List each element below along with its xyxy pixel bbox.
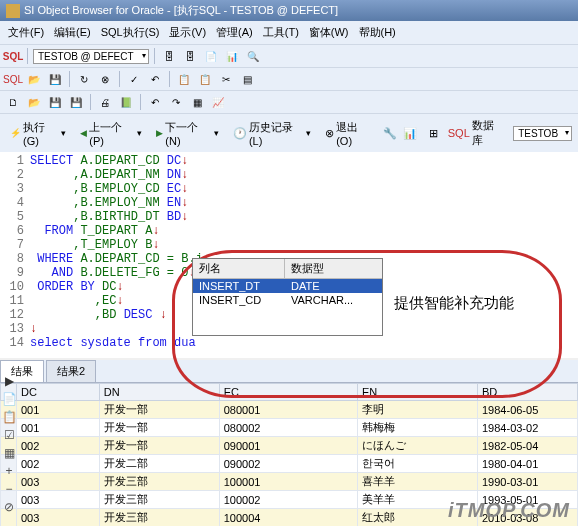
prev-button[interactable]: ◀上一个(P)▾ xyxy=(76,119,146,148)
chart-icon[interactable]: 📈 xyxy=(209,93,227,111)
col-ec[interactable]: EC xyxy=(219,384,357,401)
paste-icon[interactable]: 📋 xyxy=(196,70,214,88)
filter-icon[interactable]: ▤ xyxy=(238,70,256,88)
cell-bd[interactable]: 1984-03-02 xyxy=(478,419,578,437)
open-icon[interactable]: 📂 xyxy=(25,70,43,88)
refresh-icon[interactable]: ↻ xyxy=(75,70,93,88)
menu-tools[interactable]: 工具(T) xyxy=(259,23,303,42)
db-label[interactable]: SQL数据库 xyxy=(444,117,507,149)
cell-dn[interactable]: 开发一部 xyxy=(99,419,219,437)
cell-dc[interactable]: 002 xyxy=(17,455,100,473)
cell-ec[interactable]: 080001 xyxy=(219,401,357,419)
menu-window[interactable]: 窗体(W) xyxy=(305,23,353,42)
save2-icon[interactable]: 💾 xyxy=(46,93,64,111)
cell-ec[interactable]: 100004 xyxy=(219,509,357,527)
separator xyxy=(154,48,155,64)
cell-dn[interactable]: 开发一部 xyxy=(99,437,219,455)
col-dn[interactable]: DN xyxy=(99,384,219,401)
saveas-icon[interactable]: 💾 xyxy=(67,93,85,111)
cell-bd[interactable]: 1984-06-05 xyxy=(478,401,578,419)
undo-icon[interactable]: ↶ xyxy=(146,93,164,111)
row-copy-icon[interactable]: 📋 xyxy=(2,410,16,424)
separator xyxy=(27,48,28,64)
script-icon[interactable]: 📄 xyxy=(202,47,220,65)
cell-ec[interactable]: 090002 xyxy=(219,455,357,473)
cell-en[interactable]: 한국어 xyxy=(358,455,478,473)
next-button[interactable]: ▶下一个(N)▾ xyxy=(152,119,223,148)
cut-icon[interactable]: ✂ xyxy=(217,70,235,88)
table-row[interactable]: 001 开发一部 080001 李明 1984-06-05 xyxy=(1,401,578,419)
rollback-icon[interactable]: ↶ xyxy=(146,70,164,88)
col-dc[interactable]: DC xyxy=(17,384,100,401)
cell-en[interactable]: 韩梅梅 xyxy=(358,419,478,437)
copy-icon[interactable]: 📋 xyxy=(175,70,193,88)
graph-icon[interactable]: 📊 xyxy=(223,47,241,65)
row-plus-icon[interactable]: + xyxy=(2,464,16,478)
connection-combo[interactable]: TESTOB @ DEFECT xyxy=(33,49,149,64)
cell-dn[interactable]: 开发二部 xyxy=(99,455,219,473)
popup-row-selected[interactable]: INSERT_DT DATE xyxy=(193,279,382,293)
cell-dn[interactable]: 开发一部 xyxy=(99,401,219,419)
table-row[interactable]: 002 开发一部 090001 にほんご 1982-05-04 xyxy=(1,437,578,455)
row-doc-icon[interactable]: 📄 xyxy=(2,392,16,406)
tab-result2[interactable]: 结果2 xyxy=(46,360,96,382)
menu-help[interactable]: 帮助(H) xyxy=(355,23,400,42)
redo-icon[interactable]: ↷ xyxy=(167,93,185,111)
popup-row[interactable]: INSERT_CD VARCHAR... xyxy=(193,293,382,307)
cell-dc[interactable]: 003 xyxy=(17,509,100,527)
autocomplete-popup[interactable]: 列名 数据型 INSERT_DT DATE INSERT_CD VARCHAR.… xyxy=(192,258,383,336)
cell-en[interactable]: 喜羊羊 xyxy=(358,473,478,491)
save-icon[interactable]: 💾 xyxy=(46,70,64,88)
col-en[interactable]: EN xyxy=(358,384,478,401)
table-row[interactable]: 003 开发三部 100001 喜羊羊 1990-03-01 xyxy=(1,473,578,491)
exit-button[interactable]: ⊗退出(O) xyxy=(321,119,377,148)
excel-icon[interactable]: 📗 xyxy=(117,93,135,111)
cell-dc[interactable]: 001 xyxy=(17,419,100,437)
cell-dc[interactable]: 003 xyxy=(17,473,100,491)
menu-display[interactable]: 显示(V) xyxy=(165,23,210,42)
cell-dn[interactable]: 开发三部 xyxy=(99,473,219,491)
history-button[interactable]: 🕐历史记录(L)▾ xyxy=(229,119,315,148)
cell-en[interactable]: 李明 xyxy=(358,401,478,419)
table-row[interactable]: 001 开发一部 080002 韩梅梅 1984-03-02 xyxy=(1,419,578,437)
cell-dn[interactable]: 开发三部 xyxy=(99,509,219,527)
row-stop-icon[interactable]: ⊘ xyxy=(2,500,16,514)
open2-icon[interactable]: 📂 xyxy=(25,93,43,111)
commit-icon[interactable]: ✓ xyxy=(125,70,143,88)
stop-icon[interactable]: ⊗ xyxy=(96,70,114,88)
cell-dc[interactable]: 002 xyxy=(17,437,100,455)
menu-sql[interactable]: SQL执行(S) xyxy=(97,23,164,42)
sql-icon[interactable]: SQL xyxy=(4,47,22,65)
cell-dc[interactable]: 001 xyxy=(17,401,100,419)
opt2-icon[interactable]: 📊 xyxy=(403,127,417,140)
cell-bd[interactable]: 1990-03-01 xyxy=(478,473,578,491)
db-add-icon[interactable]: 🗄 xyxy=(181,47,199,65)
cell-ec[interactable]: 090001 xyxy=(219,437,357,455)
schema-combo[interactable]: TESTOB xyxy=(513,126,572,141)
row-table-icon[interactable]: ▦ xyxy=(2,446,16,460)
find-icon[interactable]: 🔍 xyxy=(244,47,262,65)
new-icon[interactable]: 🗋 xyxy=(4,93,22,111)
cell-bd[interactable]: 1982-05-04 xyxy=(478,437,578,455)
print-icon[interactable]: 🖨 xyxy=(96,93,114,111)
exec-button[interactable]: ⚡执行(G)▾ xyxy=(6,119,70,148)
table-row[interactable]: 002 开发二部 090002 한국어 1980-04-01 xyxy=(1,455,578,473)
menu-manage[interactable]: 管理(A) xyxy=(212,23,257,42)
exec-sql-icon[interactable]: SQL xyxy=(4,70,22,88)
cell-ec[interactable]: 100001 xyxy=(219,473,357,491)
cell-dc[interactable]: 003 xyxy=(17,491,100,509)
col-bd[interactable]: BD xyxy=(478,384,578,401)
menu-edit[interactable]: 编辑(E) xyxy=(50,23,95,42)
cell-ec[interactable]: 080002 xyxy=(219,419,357,437)
row-minus-icon[interactable]: − xyxy=(2,482,16,496)
cell-en[interactable]: にほんご xyxy=(358,437,478,455)
row-cb-icon[interactable]: ☑ xyxy=(2,428,16,442)
db-icon[interactable]: 🗄 xyxy=(160,47,178,65)
opt3-icon[interactable]: ⊞ xyxy=(429,127,438,140)
cell-ec[interactable]: 100002 xyxy=(219,491,357,509)
cell-bd[interactable]: 1980-04-01 xyxy=(478,455,578,473)
cell-dn[interactable]: 开发三部 xyxy=(99,491,219,509)
table-icon[interactable]: ▦ xyxy=(188,93,206,111)
menu-file[interactable]: 文件(F) xyxy=(4,23,48,42)
opt1-icon[interactable]: 🔧 xyxy=(383,127,397,140)
